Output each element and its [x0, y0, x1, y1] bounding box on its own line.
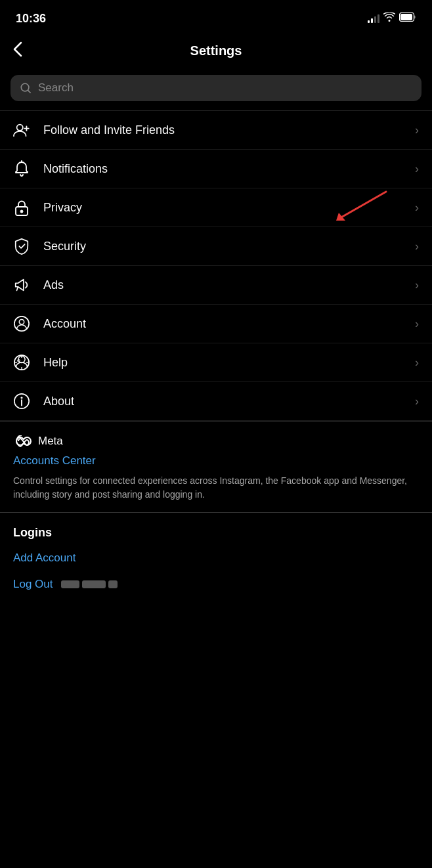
meta-infinity-icon	[13, 435, 34, 447]
privacy-label: Privacy	[43, 201, 415, 215]
chevron-icon: ›	[415, 317, 419, 331]
search-container: Search	[0, 68, 432, 110]
meta-section: Meta Accounts Center Control settings fo…	[0, 421, 432, 512]
sidebar-item-notifications[interactable]: Notifications ›	[0, 150, 432, 188]
ads-label: Ads	[43, 278, 415, 292]
chevron-icon: ›	[415, 356, 419, 370]
add-account-button[interactable]: Add Account	[13, 552, 419, 565]
sidebar-item-follow-invite[interactable]: Follow and Invite Friends ›	[0, 111, 432, 150]
svg-line-8	[17, 287, 18, 291]
sidebar-item-help[interactable]: Help ›	[0, 343, 432, 382]
svg-rect-6	[20, 210, 23, 213]
accounts-center-link[interactable]: Accounts Center	[13, 454, 419, 467]
account-label: Account	[43, 317, 415, 331]
status-time: 10:36	[16, 12, 46, 26]
shield-icon	[13, 238, 37, 255]
about-label: About	[43, 395, 415, 408]
bell-icon	[13, 160, 37, 177]
account-icon	[13, 315, 37, 332]
chevron-icon: ›	[415, 123, 419, 137]
svg-point-19	[21, 397, 22, 399]
page-title: Settings	[190, 43, 242, 58]
battery-icon	[399, 12, 416, 24]
sidebar-item-privacy[interactable]: Privacy ›	[0, 188, 432, 227]
lock-icon	[13, 199, 37, 216]
chevron-icon: ›	[415, 278, 419, 292]
security-label: Security	[43, 240, 415, 253]
svg-point-10	[19, 320, 24, 324]
sidebar-item-ads[interactable]: Ads ›	[0, 266, 432, 305]
logout-button[interactable]: Log Out	[13, 578, 53, 591]
search-icon	[20, 82, 32, 94]
logins-section: Logins Add Account Log Out	[0, 512, 432, 591]
search-bar[interactable]: Search	[11, 75, 421, 101]
blurred-username	[61, 580, 118, 588]
meta-logo-text: Meta	[38, 435, 63, 448]
status-icons	[368, 12, 416, 24]
help-icon	[13, 354, 37, 371]
follow-invite-label: Follow and Invite Friends	[43, 123, 415, 137]
status-bar: 10:36	[0, 0, 432, 33]
header: Settings	[0, 33, 432, 68]
logins-title: Logins	[13, 526, 419, 540]
sidebar-item-security[interactable]: Security ›	[0, 227, 432, 266]
megaphone-icon	[13, 276, 37, 293]
chevron-icon: ›	[415, 162, 419, 176]
sidebar-item-account[interactable]: Account ›	[0, 305, 432, 343]
svg-point-3	[17, 125, 23, 131]
wifi-icon	[383, 12, 395, 24]
svg-rect-1	[400, 14, 412, 20]
menu-list: Follow and Invite Friends › Notification…	[0, 110, 432, 421]
signal-icon	[368, 14, 379, 23]
chevron-icon: ›	[415, 240, 419, 253]
meta-description: Control settings for connected experienc…	[13, 474, 419, 502]
chevron-icon: ›	[415, 395, 419, 408]
notifications-label: Notifications	[43, 162, 415, 176]
chevron-icon: ›	[415, 201, 419, 215]
logout-row: Log Out	[13, 578, 419, 591]
sidebar-item-about[interactable]: About ›	[0, 382, 432, 421]
back-button[interactable]	[13, 41, 22, 60]
help-label: Help	[43, 356, 415, 370]
follow-icon	[13, 121, 37, 139]
meta-logo: Meta	[13, 435, 419, 448]
info-icon	[13, 393, 37, 410]
search-placeholder: Search	[38, 81, 74, 95]
